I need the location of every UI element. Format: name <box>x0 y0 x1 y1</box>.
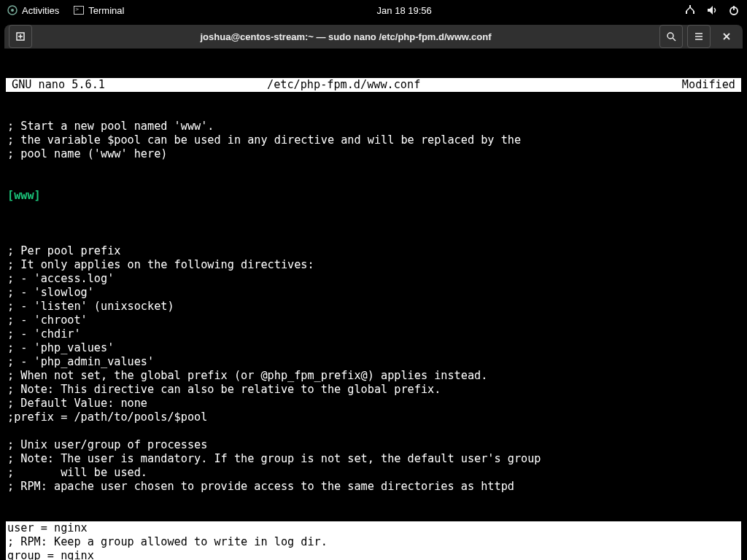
editor-line: ; - 'access.log' <box>6 272 741 286</box>
activities-button[interactable]: Activities <box>7 5 59 16</box>
editor-line-highlighted: user = nginx <box>7 521 740 535</box>
editor-line: ; the variable $pool can be used in any … <box>6 133 741 147</box>
editor-line: ; Note: The user is mandatory. If the gr… <box>6 452 741 466</box>
svg-rect-4 <box>693 11 694 14</box>
clock[interactable]: Jan 18 19:56 <box>377 5 432 16</box>
window-title: joshua@centos-stream:~ — sudo nano /etc/… <box>36 31 655 42</box>
volume-icon[interactable] <box>706 4 718 16</box>
terminal-window: joshua@centos-stream:~ — sudo nano /etc/… <box>4 25 743 557</box>
editor-line: ; Note: This directive can also be relat… <box>6 383 741 397</box>
editor-line-highlighted: ; RPM: Keep a group allowed to write in … <box>7 535 740 549</box>
editor-line: ; pool name ('www' here) <box>6 147 741 161</box>
activities-icon <box>7 5 18 15</box>
editor-line: ; Unix user/group of processes <box>6 438 741 452</box>
svg-point-1 <box>11 9 14 12</box>
gnome-topbar: Activities Terminal Jan 18 19:56 <box>0 0 747 20</box>
editor-line <box>6 424 741 438</box>
activities-label: Activities <box>22 5 59 16</box>
nano-status: Modified <box>626 78 735 92</box>
terminal-content[interactable]: GNU nano 5.6.1 /etc/php-fpm.d/www.conf M… <box>4 49 743 560</box>
svg-point-10 <box>667 33 673 39</box>
editor-line: ; will be used. <box>6 466 741 480</box>
editor-line: ; When not set, the global prefix (or @p… <box>6 369 741 383</box>
window-titlebar: joshua@centos-stream:~ — sudo nano /etc/… <box>4 25 743 49</box>
editor-line: ; - 'chdir' <box>6 327 741 341</box>
editor-line: ; - 'chroot' <box>6 314 741 327</box>
section-header: [www] <box>6 189 741 203</box>
search-button[interactable] <box>659 25 683 48</box>
editor-line-highlighted: group = nginx <box>7 549 740 560</box>
network-icon[interactable] <box>684 4 696 16</box>
editor-line: ; Default Value: none <box>6 397 741 411</box>
nano-header: GNU nano 5.6.1 /etc/php-fpm.d/www.conf M… <box>6 78 741 92</box>
editor-line: ; - 'listen' (unixsocket) <box>6 300 741 314</box>
editor-line: ; RPM: apache user chosen to provide acc… <box>6 480 741 494</box>
app-menu-label: Terminal <box>88 5 124 16</box>
nano-filepath: /etc/php-fpm.d/www.conf <box>267 78 626 92</box>
terminal-icon <box>74 6 84 15</box>
editor-line: ; - 'php_admin_values' <box>6 355 741 369</box>
svg-line-11 <box>673 38 676 41</box>
highlighted-selection: user = nginx; RPM: Keep a group allowed … <box>6 521 741 560</box>
svg-rect-3 <box>686 11 687 14</box>
editor-line: ; - 'php_values' <box>6 341 741 355</box>
app-menu-terminal[interactable]: Terminal <box>74 5 124 16</box>
editor-line <box>6 230 741 244</box>
editor-line: ; - 'slowlog' <box>6 286 741 300</box>
editor-line: ; Start a new pool named 'www'. <box>6 120 741 133</box>
editor-line: ;prefix = /path/to/pools/$pool <box>6 411 741 424</box>
editor-line: ; Per pool prefix <box>6 244 741 258</box>
new-tab-button[interactable] <box>9 25 32 48</box>
editor-line: ; It only applies on the following direc… <box>6 258 741 272</box>
nano-version: GNU nano 5.6.1 <box>12 78 267 92</box>
close-button[interactable] <box>715 25 738 48</box>
menu-button[interactable] <box>687 25 711 48</box>
power-icon[interactable] <box>728 4 740 16</box>
